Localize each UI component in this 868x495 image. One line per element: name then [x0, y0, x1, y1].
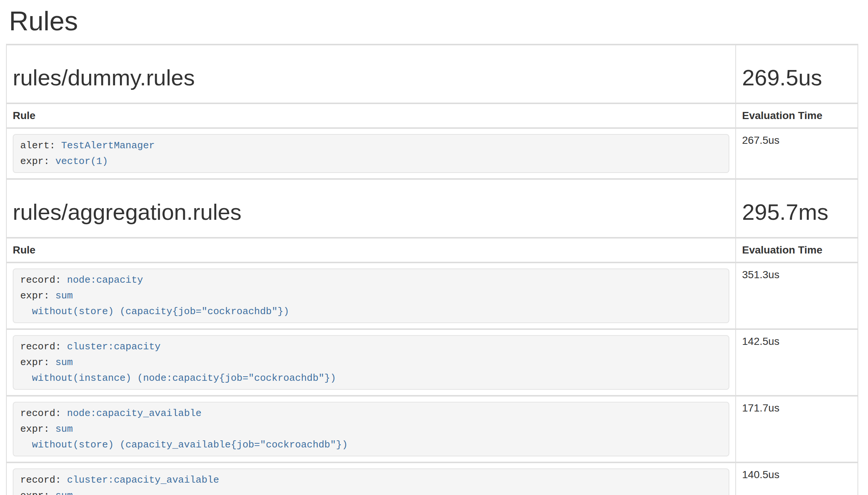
- rule-expr-link[interactable]: sum: [55, 490, 73, 495]
- rule-expr-link[interactable]: sum: [55, 423, 73, 435]
- rule-expr-link[interactable]: sum: [55, 290, 73, 301]
- rule-keyword: record:: [20, 408, 67, 419]
- rule-eval-time: 140.5us: [736, 462, 858, 495]
- rule-record-link[interactable]: node:capacity_available: [67, 408, 202, 419]
- group-file-cell: rules/dummy.rules: [6, 45, 736, 103]
- column-header-row: Rule Evaluation Time: [6, 238, 858, 262]
- group-eval-total-cell: 269.5us: [736, 45, 858, 103]
- rule-code-block: record: node:capacity_availableexpr: sum…: [13, 402, 729, 456]
- table-row: record: node:capacity_availableexpr: sum…: [6, 396, 858, 462]
- rule-code-block: record: cluster:capacityexpr: sum withou…: [13, 335, 729, 390]
- rule-expr-link[interactable]: without(store) (capacity_available{job="…: [20, 439, 348, 450]
- rule-code-block: alert: TestAlertManagerexpr: vector(1): [13, 134, 729, 173]
- rule-cell: record: node:capacity_availableexpr: sum…: [6, 396, 736, 462]
- rule-eval-time: 351.3us: [736, 262, 858, 329]
- rule-record-link[interactable]: cluster:capacity_available: [67, 474, 219, 486]
- rule-keyword: record:: [20, 474, 67, 486]
- group-eval-total-cell: 295.7ms: [736, 179, 858, 238]
- rule-keyword: record:: [20, 274, 67, 286]
- table-row: record: node:capacityexpr: sum without(s…: [6, 262, 858, 329]
- rule-cell: record: cluster:capacity_availableexpr: …: [6, 462, 736, 495]
- rule-record-link[interactable]: cluster:capacity: [67, 341, 161, 352]
- rule-cell: alert: TestAlertManagerexpr: vector(1): [6, 128, 736, 179]
- group-header-row: rules/dummy.rules 269.5us: [6, 45, 858, 103]
- rule-eval-time: 142.5us: [736, 329, 858, 396]
- rule-keyword: expr:: [20, 357, 55, 368]
- rules-table: rules/dummy.rules 269.5us Rule Evaluatio…: [6, 44, 858, 495]
- group-file-cell: rules/aggregation.rules: [6, 179, 736, 238]
- rule-keyword: expr:: [20, 423, 55, 435]
- rule-code-block: record: node:capacityexpr: sum without(s…: [13, 268, 729, 323]
- eval-time-column-header: Evaluation Time: [736, 103, 858, 128]
- rule-eval-time: 171.7us: [736, 396, 858, 462]
- rule-keyword: record:: [20, 341, 67, 352]
- rule-expr-link[interactable]: vector(1): [55, 156, 108, 167]
- rule-keyword: expr:: [20, 490, 55, 495]
- rule-keyword: expr:: [20, 290, 55, 301]
- table-row: alert: TestAlertManagerexpr: vector(1) 2…: [6, 128, 858, 179]
- rule-cell: record: node:capacityexpr: sum without(s…: [6, 262, 736, 329]
- column-header-row: Rule Evaluation Time: [6, 103, 858, 128]
- rule-eval-time: 267.5us: [736, 128, 858, 179]
- group-file-name: rules/aggregation.rules: [13, 200, 729, 224]
- rule-keyword: alert:: [20, 140, 61, 151]
- table-row: record: cluster:capacity_availableexpr: …: [6, 462, 858, 495]
- rule-cell: record: cluster:capacityexpr: sum withou…: [6, 329, 736, 396]
- eval-time-column-header: Evaluation Time: [736, 238, 858, 262]
- rule-expr-link[interactable]: without(store) (capacity{job="cockroachd…: [20, 306, 289, 317]
- rule-expr-link[interactable]: without(instance) (node:capacity{job="co…: [20, 373, 336, 384]
- group-file-name: rules/dummy.rules: [13, 66, 729, 90]
- rule-record-link[interactable]: node:capacity: [67, 274, 143, 286]
- rule-keyword: expr:: [20, 156, 55, 167]
- rule-alert-link[interactable]: TestAlertManager: [61, 140, 155, 151]
- rule-expr-link[interactable]: sum: [55, 357, 73, 368]
- group-header-row: rules/aggregation.rules 295.7ms: [6, 179, 858, 238]
- rule-column-header: Rule: [6, 238, 736, 262]
- page-title: Rules: [9, 6, 858, 36]
- rule-column-header: Rule: [6, 103, 736, 128]
- group-eval-total: 269.5us: [742, 66, 852, 90]
- rule-code-block: record: cluster:capacity_availableexpr: …: [13, 468, 729, 495]
- table-row: record: cluster:capacityexpr: sum withou…: [6, 329, 858, 396]
- group-eval-total: 295.7ms: [742, 200, 852, 224]
